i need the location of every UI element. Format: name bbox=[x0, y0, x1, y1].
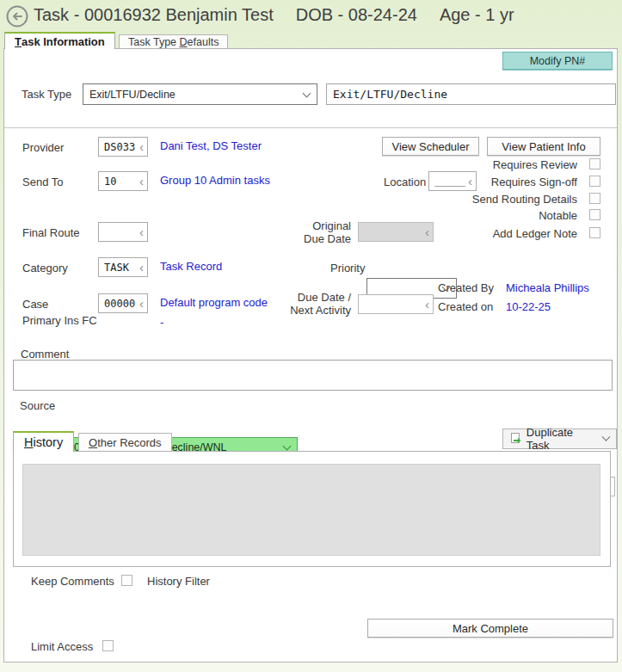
title-dob: DOB - 08-24-24 bbox=[296, 5, 417, 25]
final-route-label: Final Route bbox=[22, 226, 79, 239]
send-to-code-field[interactable]: 10 ‹ bbox=[98, 171, 148, 191]
label-line: Original bbox=[312, 219, 351, 232]
duplicate-task-label: Duplicate Task bbox=[527, 426, 598, 452]
comment-label: Comment bbox=[21, 348, 69, 361]
original-due-date-field: ‹ bbox=[358, 222, 434, 242]
tab-label: Task Type bbox=[128, 36, 176, 48]
tab-label: T bbox=[15, 35, 22, 48]
created-on-label: Created on bbox=[438, 300, 493, 313]
lookup-chevron-icon: ‹ bbox=[139, 297, 144, 310]
tab-task-type-defaults[interactable]: Task Type Defaults bbox=[119, 34, 228, 48]
created-by-value[interactable]: Micheala Phillips bbox=[506, 281, 589, 294]
title-task: Task - 00016932 Benjamin Test bbox=[34, 5, 274, 25]
duplicate-task-button[interactable]: Duplicate Task bbox=[502, 428, 617, 449]
task-window: Task - 00016932 Benjamin Test DOB - 08-2… bbox=[0, 0, 622, 672]
lookup-chevron-icon: ‹ bbox=[139, 225, 144, 238]
provider-label: Provider bbox=[22, 141, 64, 154]
provider-code-field[interactable]: DS033 ‹ bbox=[98, 137, 148, 157]
lookup-chevron-icon: ‹ bbox=[139, 261, 144, 274]
title-age: Age - 1 yr bbox=[440, 5, 514, 25]
modify-pn-button[interactable]: Modify PN# bbox=[502, 52, 613, 70]
category-code-value: TASK bbox=[104, 262, 129, 274]
send-to-code-value: 10 bbox=[104, 176, 116, 188]
case-link[interactable]: Default program code bbox=[160, 296, 268, 309]
requires-sign-off-checkbox[interactable] bbox=[589, 176, 600, 187]
tab-label: O bbox=[89, 436, 97, 449]
lookup-chevron-icon: ‹ bbox=[468, 175, 472, 188]
task-type-text-input[interactable] bbox=[326, 83, 616, 105]
case-label: Case bbox=[22, 298, 48, 311]
view-scheduler-button[interactable]: View Scheduler bbox=[382, 137, 479, 156]
primary-ins-fc-label: Primary Ins FC bbox=[22, 314, 97, 327]
add-ledger-note-label: Add Ledger Note bbox=[493, 227, 577, 240]
limit-access-label: Limit Access bbox=[31, 640, 93, 653]
label-line: Due Date bbox=[304, 232, 351, 245]
duplicate-task-icon bbox=[510, 433, 521, 445]
source-label: Source bbox=[20, 399, 55, 412]
dropdown-chevron-icon bbox=[602, 432, 611, 441]
comment-textarea[interactable] bbox=[13, 360, 613, 391]
priority-label: Priority bbox=[330, 262, 365, 274]
window-header: Task - 00016932 Benjamin Test DOB - 08-2… bbox=[0, 0, 622, 32]
tab-label: D bbox=[180, 36, 188, 48]
notable-label: Notable bbox=[539, 209, 577, 222]
category-code-field[interactable]: TASK ‹ bbox=[98, 257, 148, 277]
case-code-value: 00000 bbox=[104, 298, 135, 310]
send-to-label: Send To bbox=[22, 176, 63, 188]
tab-label: ther Records bbox=[97, 436, 161, 449]
history-filter-label: History Filter bbox=[147, 575, 210, 588]
tab-label: istory bbox=[33, 435, 63, 449]
section-divider bbox=[4, 127, 617, 128]
lookup-chevron-icon: ‹ bbox=[139, 175, 144, 188]
provider-code-value: DS033 bbox=[104, 141, 135, 153]
final-route-field[interactable]: ‹ bbox=[98, 222, 148, 242]
due-date-next-activity-label: Due Date / Next Activity bbox=[280, 291, 351, 317]
send-routing-details-label: Send Routing Details bbox=[472, 193, 577, 206]
task-type-dropdown-value: Exit/LTFU/Decline bbox=[89, 89, 176, 101]
requires-review-checkbox[interactable] bbox=[589, 158, 600, 170]
keep-comments-checkbox[interactable] bbox=[121, 575, 132, 586]
send-routing-details-checkbox[interactable] bbox=[589, 193, 600, 204]
add-ledger-note-checkbox[interactable] bbox=[589, 227, 600, 238]
limit-access-checkbox[interactable] bbox=[102, 640, 114, 651]
provider-link[interactable]: Dani Test, DS Tester bbox=[160, 139, 262, 152]
mark-complete-button[interactable]: Mark Complete bbox=[367, 619, 613, 638]
primary-ins-fc-value: - bbox=[160, 316, 163, 329]
category-label: Category bbox=[22, 262, 68, 274]
page-title: Task - 00016932 Benjamin Test DOB - 08-2… bbox=[34, 5, 514, 25]
category-link[interactable]: Task Record bbox=[160, 260, 222, 273]
lookup-chevron-icon: ‹ bbox=[425, 225, 429, 238]
due-date-next-activity-field[interactable]: ‹ bbox=[358, 294, 434, 314]
tab-label: H bbox=[24, 435, 33, 449]
task-information-panel: Modify PN# Task Type Exit/LTFU/Decline P… bbox=[3, 48, 618, 663]
notable-checkbox[interactable] bbox=[589, 209, 600, 220]
location-label: Location bbox=[384, 176, 426, 188]
lookup-chevron-icon: ‹ bbox=[139, 140, 144, 153]
requires-sign-off-label: Requires Sign-off bbox=[491, 176, 577, 188]
view-patient-info-button[interactable]: View Patient Info bbox=[487, 137, 600, 156]
requires-review-label: Requires Review bbox=[493, 158, 577, 171]
original-due-date-label: Original Due Date bbox=[289, 219, 351, 245]
location-field[interactable]: ______ ‹ bbox=[428, 171, 477, 191]
task-type-dropdown[interactable]: Exit/LTFU/Decline bbox=[83, 83, 317, 105]
send-to-link[interactable]: Group 10 Admin tasks bbox=[160, 174, 270, 187]
created-on-value: 10-22-25 bbox=[506, 300, 551, 313]
tab-other-records[interactable]: Other Records bbox=[78, 433, 172, 451]
location-value: ______ bbox=[434, 176, 465, 186]
keep-comments-label: Keep Comments bbox=[31, 575, 114, 588]
tab-history[interactable]: History bbox=[13, 431, 74, 452]
label-line: Next Activity bbox=[290, 304, 351, 317]
lookup-chevron-icon: ‹ bbox=[425, 298, 429, 311]
back-icon[interactable] bbox=[6, 5, 28, 28]
tab-label: efaults bbox=[188, 36, 219, 48]
dropdown-chevron-icon bbox=[283, 441, 292, 450]
created-by-label: Created By bbox=[438, 281, 494, 294]
tab-task-information[interactable]: Task Information bbox=[4, 32, 115, 49]
tab-label: ask Information bbox=[22, 35, 105, 48]
history-list-area[interactable] bbox=[22, 464, 600, 556]
task-type-label: Task Type bbox=[22, 88, 71, 101]
case-code-field[interactable]: 00000 ‹ bbox=[98, 293, 148, 313]
dropdown-chevron-icon bbox=[303, 89, 311, 97]
label-line: Due Date / bbox=[298, 291, 351, 304]
